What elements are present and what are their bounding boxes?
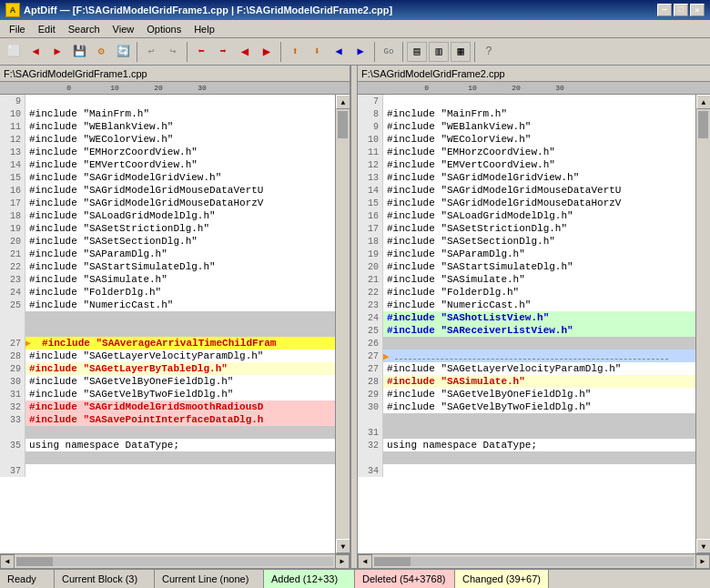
line-number: 12 [358, 158, 383, 171]
menu-search[interactable]: Search [63, 23, 106, 35]
up-btn[interactable]: ⬆ [285, 42, 305, 62]
status-ready: Ready [0, 570, 55, 588]
line-text: #include "EMVertCoordView.h" [383, 159, 555, 170]
right-scroll-down[interactable]: ▼ [696, 539, 710, 553]
table-row: 32#include "SAGridModelGridSmoothRadious… [0, 400, 335, 413]
panel-splitter[interactable] [350, 66, 358, 568]
undo-btn[interactable]: ↩ [141, 42, 161, 62]
open-left-btn[interactable]: ◀ [25, 42, 46, 62]
sep5 [402, 42, 403, 62]
line-content: #include "SASimulate.h" [383, 274, 525, 285]
table-row [0, 324, 335, 337]
left-scroll-up[interactable]: ▲ [336, 95, 350, 109]
menu-file[interactable]: File [4, 23, 31, 35]
view2-btn[interactable]: ▥ [429, 42, 449, 62]
new-btn[interactable]: ⬜ [4, 42, 24, 62]
line-number: 34 [358, 464, 383, 477]
left-scroll-left[interactable]: ◀ [0, 554, 15, 569]
right-hscroll-track[interactable] [374, 557, 694, 566]
line-number: 23 [0, 273, 25, 286]
left-code-wrapper: 910#include "MainFrm.h"11#include "WEBla… [0, 95, 350, 553]
left-hscroll[interactable]: ◀ ▶ [0, 553, 350, 568]
line-number: 33 [0, 413, 25, 426]
view1-btn[interactable]: ▤ [407, 42, 427, 62]
table-row: 12#include "WEColorView.h" [0, 133, 335, 146]
menu-view[interactable]: View [107, 23, 140, 35]
line-content: #include "SASetStrictionDlg.h" [25, 223, 209, 234]
right-vscroll[interactable]: ▲ ▼ [695, 95, 710, 553]
line-content [25, 465, 29, 476]
table-row [0, 311, 335, 324]
line-number [0, 324, 25, 337]
right-scroll-up[interactable]: ▲ [696, 95, 710, 109]
down-btn[interactable]: ⬇ [307, 42, 327, 62]
line-content: #include "SAGetLayerByTableDlg.h" [25, 363, 228, 374]
next-diff-btn[interactable]: ▶ [257, 42, 277, 62]
redo-btn[interactable]: ↪ [163, 42, 183, 62]
right-code-area[interactable]: 78#include "MainFrm.h"9#include "WEBlank… [358, 95, 695, 553]
line-content: #include "SALoadGridModelDlg.h" [25, 210, 216, 221]
table-row: 27#include "SAGetLayerVelocityParamDlg.h… [358, 362, 695, 375]
left-scroll-right[interactable]: ▶ [335, 554, 350, 569]
open-right-btn[interactable]: ▶ [47, 42, 67, 62]
right-btn[interactable]: ▶ [350, 42, 370, 62]
table-row: 22#include "SAStartSimulateDlg.h" [0, 260, 335, 273]
line-text: #include "NumericCast.h" [25, 299, 173, 310]
table-row: 16#include "SALoadGridModelDlg.h" [358, 209, 695, 222]
prev-diff-btn[interactable]: ◀ [235, 42, 255, 62]
line-content: #include "SAGetLayerVelocityParamDlg.h" [383, 363, 621, 374]
table-row: 27▶ [358, 350, 695, 362]
save-btn[interactable]: 💾 [69, 42, 89, 62]
line-content: #include "SAGridModelGridMouseDataVertU [25, 185, 263, 196]
line-number: 32 [0, 400, 25, 413]
right-scroll-thumb[interactable] [698, 111, 708, 138]
left-btn[interactable]: ◀ [329, 42, 349, 62]
line-text: #include "EMVertCoordView.h" [25, 159, 198, 170]
menu-edit[interactable]: Edit [33, 23, 61, 35]
line-text: #include "SAGetVelByOneFieldDlg.h" [383, 389, 591, 400]
jump-btn[interactable]: Go [379, 42, 399, 62]
table-row: 31 [358, 426, 695, 439]
line-content [25, 96, 29, 106]
line-number: 23 [358, 299, 383, 311]
line-text: #include "SASetStrictionDlg.h" [25, 223, 209, 234]
line-text: #include "SASimulate.h" [383, 274, 525, 285]
left-code-area[interactable]: 910#include "MainFrm.h"11#include "WEBla… [0, 95, 335, 553]
minimize-button[interactable]: — [657, 4, 672, 16]
line-number: 8 [358, 107, 383, 120]
refresh-btn[interactable]: 🔄 [113, 42, 133, 62]
menu-options[interactable]: Options [141, 23, 187, 35]
view3-btn[interactable]: ▦ [451, 42, 471, 62]
line-number: 11 [0, 120, 25, 133]
title-bar: A AptDiff — [F:\SAGridModelGridFrame1.cp… [0, 0, 710, 20]
sep3 [280, 42, 281, 62]
menu-help[interactable]: Help [188, 23, 220, 35]
left-hscroll-track[interactable] [16, 557, 333, 566]
compare-btn[interactable]: ⚙ [91, 42, 111, 62]
right-hscroll[interactable]: ◀ ▶ [358, 553, 710, 568]
left-scroll-thumb[interactable] [338, 111, 348, 138]
prev-file-btn[interactable]: ⬅ [191, 42, 211, 62]
app-icon: A [5, 3, 20, 17]
maximize-button[interactable]: □ [674, 4, 688, 16]
right-scroll-right[interactable]: ▶ [695, 554, 710, 569]
next-file-btn[interactable]: ➡ [213, 42, 233, 62]
panels-container: F:\SAGridModelGridFrame1.cpp 0 10 20 30 … [0, 66, 710, 568]
table-row: 10#include "MainFrm.h" [0, 107, 335, 120]
line-content: #include "SAGetVelByOneFieldDlg.h" [383, 389, 591, 400]
left-scroll-down[interactable]: ▼ [336, 539, 350, 553]
line-number: 18 [358, 235, 383, 248]
table-row: 19#include "SASetStrictionDlg.h" [0, 222, 335, 235]
table-row: 27▶ #include "SAAverageArrivalTimeChildF… [0, 337, 335, 350]
right-scroll-left[interactable]: ◀ [358, 554, 372, 569]
left-vscroll[interactable]: ▲ ▼ [335, 95, 350, 553]
line-number: 31 [0, 388, 25, 400]
close-button[interactable]: ✕ [690, 4, 705, 16]
line-content: #include "WEBlankView.h" [25, 121, 173, 132]
line-number: 9 [358, 120, 383, 133]
help-btn[interactable]: ? [479, 42, 499, 62]
sep1 [137, 42, 137, 62]
right-hscroll-thumb[interactable] [374, 557, 411, 566]
line-number [0, 426, 25, 439]
left-hscroll-thumb[interactable] [16, 557, 53, 566]
